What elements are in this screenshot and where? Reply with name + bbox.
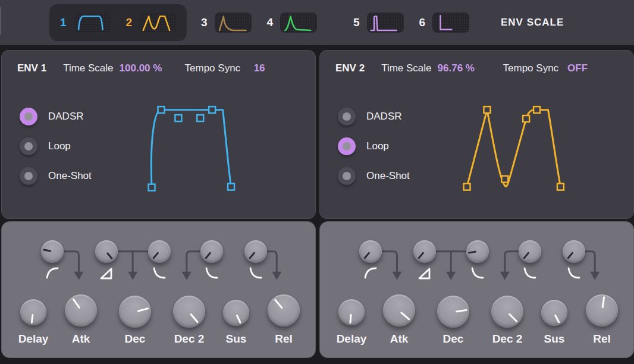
tab-number: 1 [60,16,67,29]
tab-number: 3 [201,16,208,29]
envelope-curve [467,110,560,187]
envelope-handle[interactable] [523,115,529,122]
delay-slope-knob[interactable] [41,240,64,263]
attack-slope-knob[interactable] [95,240,118,263]
envelope-tab-bar: 1 2 3 4 5 [0,0,634,45]
sustain-knob[interactable] [541,300,567,326]
knob-label: Dec 2 [162,332,216,346]
decay-curve-icon [248,265,263,281]
attack-knob[interactable] [383,294,415,327]
envelope-handle[interactable] [175,115,181,121]
envelope-handle[interactable] [533,106,540,113]
envelope-handle[interactable] [197,115,203,121]
tab-pair-5-6: 5 6 [353,4,469,41]
env-tab-5[interactable]: 5 [353,12,404,33]
selected-tab-group: 1 2 [49,4,187,41]
knob-label: Rel [575,332,629,346]
decay-slope-knob[interactable] [466,240,489,263]
decay-slope-knob[interactable] [148,240,171,263]
tab-number: 2 [126,16,133,29]
envelope-handle[interactable] [158,106,164,113]
delay-knob[interactable] [338,299,365,325]
envelope-handle[interactable] [557,184,564,190]
env1-knob-section: Delay Atk Dec Dec 2 Sus Rel [1,221,316,358]
linear-triangle-icon [99,265,114,281]
delay-knob[interactable] [20,299,46,325]
decay-curve-icon [522,265,538,281]
decay-knob[interactable] [437,296,469,328]
env2-envelope-display[interactable] [320,51,633,219]
attack-knob[interactable] [65,294,97,327]
release-knob[interactable] [586,294,618,327]
left-edge-divider [0,7,1,34]
attack-curve-icon [363,265,378,281]
release-slope-knob[interactable] [244,240,267,263]
env-tab-3[interactable]: 3 [201,12,252,33]
envelope-handle[interactable] [149,184,155,191]
envelope-handle[interactable] [484,106,490,113]
release-knob[interactable] [268,294,300,327]
linear-triangle-icon [417,265,432,281]
envelope-handle[interactable] [501,176,508,183]
envelope-waveform-icon [432,12,469,33]
decay-curve-icon [470,265,485,281]
knob-label: Dec 2 [481,332,534,346]
decay-curve-icon [152,265,167,281]
envelope-waveform-icon [280,12,317,33]
tab-number: 4 [267,16,274,29]
envelope-waveform-icon [74,12,111,33]
envelope-handle[interactable] [209,106,215,113]
tab-number: 5 [353,16,360,29]
env-tab-1[interactable]: 1 [60,12,111,33]
decay-curve-icon [204,265,219,281]
env-scale-label: ENV SCALE [501,0,564,45]
knob-label: Dec [108,332,162,346]
sustain-knob[interactable] [223,300,249,326]
attack-slope-knob[interactable] [413,240,436,263]
knob-label: Sus [528,332,581,346]
knob-label: Sus [209,332,263,346]
knob-label: Delay [325,332,378,346]
envelope-handle[interactable] [228,184,234,190]
env-tab-4[interactable]: 4 [267,12,318,33]
decay-curve-icon [566,265,582,281]
env2-knob-section: Delay Atk Dec Dec 2 Sus Rel [319,221,634,358]
env1-panel: ENV 1 Time Scale 100.00 % Tempo Sync 16 … [1,50,316,219]
knob-label: Atk [372,332,426,346]
decay2-knob[interactable] [491,296,523,328]
delay-slope-knob[interactable] [359,240,382,263]
decay2-slope-knob[interactable] [519,240,541,263]
env-tab-6[interactable]: 6 [419,12,470,33]
envelope-waveform-icon [367,12,404,33]
attack-curve-icon [45,265,60,281]
envelope-curve [151,110,231,188]
envelope-waveform-icon [139,12,176,33]
env2-panel: ENV 2 Time Scale 96.76 % Tempo Sync OFF … [319,50,634,219]
env-tab-2[interactable]: 2 [126,12,177,33]
knob-label: Atk [54,332,108,346]
env1-envelope-display[interactable] [2,51,315,219]
decay2-slope-knob[interactable] [200,240,223,263]
envelope-handle[interactable] [464,184,470,190]
tab-pair-3-4: 3 4 [201,4,317,41]
decay-knob[interactable] [119,296,151,328]
release-slope-knob[interactable] [563,240,585,263]
envelope-waveform-icon [215,12,252,33]
knob-label: Dec [426,332,480,346]
knob-label: Delay [7,332,60,346]
tab-number: 6 [419,16,426,29]
knob-label: Rel [257,332,310,346]
decay2-knob[interactable] [173,296,205,328]
